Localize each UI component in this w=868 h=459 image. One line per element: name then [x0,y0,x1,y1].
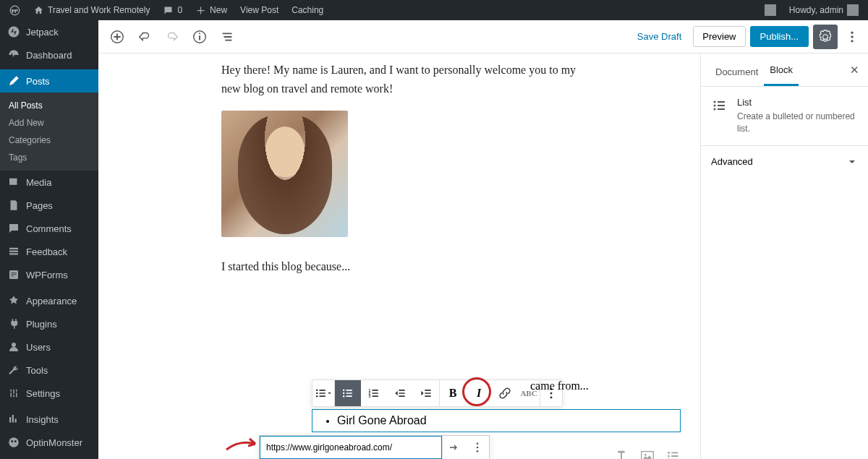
sidebar-users[interactable]: Users [0,335,98,359]
chevron-down-icon [846,156,858,168]
svg-point-18 [343,395,345,398]
sidebar-insights[interactable]: Insights [0,408,98,431]
list-item[interactable]: Girl Gone Abroad [337,414,665,427]
new-label: New [210,5,227,15]
svg-rect-28 [642,452,654,459]
paragraph-icon[interactable] [613,448,629,459]
svg-point-33 [714,101,716,103]
more-menu[interactable] [842,25,862,49]
image-icon[interactable] [639,448,655,459]
sidebar-tools[interactable]: Tools [0,359,98,382]
list-type-dropdown[interactable] [312,380,334,406]
italic-button[interactable]: I [466,380,492,406]
link-button[interactable] [492,380,518,406]
sidebar-feedback[interactable]: Feedback [0,240,98,263]
new-link[interactable]: New [190,0,232,20]
block-type-desc: Create a bulleted or numbered list. [737,111,858,135]
sidebar-appearance[interactable]: Appearance [0,289,98,312]
svg-point-5 [11,440,13,442]
notifications[interactable] [760,0,781,20]
undo-button[interactable] [132,24,158,50]
svg-point-11 [851,35,853,38]
intro-paragraph[interactable]: Hey there! My name is Lauren, and I want… [221,61,583,98]
tab-block[interactable]: Block [764,56,799,86]
sidebar-settings[interactable]: Settings [0,382,98,405]
svg-text:3: 3 [369,394,371,398]
sidebar-dashboard[interactable]: Dashboard [0,43,98,67]
author-photo[interactable] [221,111,348,237]
avatar [847,4,859,16]
settings-tabs: Document Block ✕ [701,53,868,87]
howdy-link[interactable]: Howdy, admin [784,0,864,20]
sub-categories[interactable]: Categories [0,132,98,149]
block-appender [613,448,681,459]
svg-point-14 [316,392,318,395]
sidebar-posts[interactable]: Posts [0,69,98,93]
list-block-icon [711,97,728,114]
link-settings-button[interactable] [466,436,489,459]
sidebar-optinmonster[interactable]: OptinMonster [0,431,98,454]
sidebar-comments[interactable]: Comments [0,217,98,240]
ordered-list-button[interactable]: 123 [361,380,387,406]
admin-bar: Travel and Work Remotely 0 New View Post… [0,0,868,20]
sidebar-wpforms[interactable]: WPForms [0,263,98,286]
sidebar-pages[interactable]: Pages [0,194,98,217]
settings-panel: Document Block ✕ List Create a bulleted … [700,53,868,459]
svg-point-3 [12,343,16,347]
sub-add-new[interactable]: Add New [0,114,98,132]
posts-submenu: All Posts Add New Categories Tags [0,93,98,171]
svg-point-26 [477,447,479,449]
svg-point-4 [9,437,19,447]
svg-point-27 [477,450,479,452]
save-draft-button[interactable]: Save Draft [630,27,689,46]
info-button[interactable] [187,24,213,50]
block-description: List Create a bulleted or numbered list. [701,87,868,146]
outdent-button[interactable] [387,380,413,406]
add-block-button[interactable] [104,24,130,50]
svg-point-1 [9,27,20,38]
svg-point-31 [668,455,670,458]
svg-point-16 [343,390,345,392]
svg-point-10 [851,31,853,33]
list-icon[interactable] [665,448,681,459]
editor: Save Draft Preview Publish... Hey there!… [98,20,868,459]
link-url-input[interactable] [260,436,442,459]
link-popover [259,435,490,459]
caching-link[interactable]: Caching [286,0,328,20]
comments-link[interactable]: 0 [158,0,187,20]
unordered-list-button[interactable] [335,380,361,406]
editor-canvas[interactable]: Hey there! My name is Lauren, and I want… [98,53,700,459]
view-post-link[interactable]: View Post [235,0,284,20]
publish-button[interactable]: Publish... [750,26,809,47]
preview-button[interactable]: Preview [693,26,745,47]
sidebar-media[interactable]: Media [0,171,98,194]
annotation-arrow [225,434,261,455]
svg-point-24 [550,396,553,398]
settings-toggle[interactable] [813,25,838,49]
apply-link-button[interactable] [443,436,466,459]
sidebar-jetpack[interactable]: Jetpack [0,20,98,43]
indent-button[interactable] [413,380,439,406]
close-settings[interactable]: ✕ [850,64,859,77]
sub-all-posts[interactable]: All Posts [0,97,98,114]
block-type-title: List [737,97,858,108]
wp-logo[interactable] [4,0,25,20]
bold-button[interactable]: B [440,380,466,406]
block-format-toolbar: 123 B I ABC [312,379,563,407]
collapse-menu[interactable]: Collapse menu [0,454,98,459]
sidebar-plugins[interactable]: Plugins [0,312,98,335]
editor-body: Hey there! My name is Lauren, and I want… [98,53,868,459]
svg-point-35 [714,108,716,111]
redo-button[interactable] [159,24,185,50]
sub-tags[interactable]: Tags [0,149,98,166]
list-block[interactable]: Girl Gone Abroad [312,409,681,432]
outline-button[interactable] [214,24,240,50]
editor-toolbar: Save Draft Preview Publish... [98,20,868,53]
admin-bar-right: Howdy, admin [760,0,864,20]
howdy-text: Howdy, admin [789,5,843,15]
comments-count: 0 [177,5,182,15]
advanced-panel-toggle[interactable]: Advanced [701,146,868,178]
tab-document[interactable]: Document [710,58,764,86]
site-name[interactable]: Travel and Work Remotely [28,0,155,20]
started-paragraph[interactable]: I started this blog because... [221,257,583,276]
